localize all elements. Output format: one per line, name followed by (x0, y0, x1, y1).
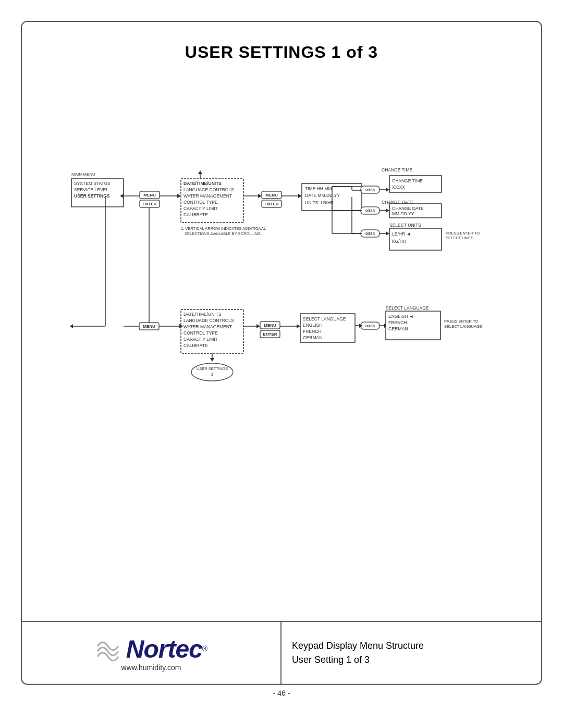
nortec-waves-icon (95, 636, 126, 662)
svg-text:2: 2 (211, 372, 213, 377)
svg-text:PRESS ENTER TO: PRESS ENTER TO (446, 231, 480, 236)
svg-text:CONTROL TYPE: CONTROL TYPE (183, 330, 218, 336)
svg-text:DATE/TIME/UNITS: DATE/TIME/UNITS (183, 312, 222, 317)
footer-line1: Keypad Display Menu Structure (292, 639, 424, 653)
footer-line2: User Setting 1 of 3 (292, 653, 370, 667)
svg-text:GERMAN: GERMAN (303, 335, 322, 340)
svg-text:DATE    MM.DD.YY: DATE MM.DD.YY (305, 193, 340, 198)
svg-text:1. VERTICAL ARROW INDICATES AD: 1. VERTICAL ARROW INDICATES ADDITIONAL (181, 226, 266, 231)
diagram: MAIN MENU SYSTEM STATUS SERVICE LEVEL US… (43, 83, 522, 479)
page-title: USER SETTINGS 1 of 3 (43, 43, 520, 62)
svg-text:SELECT UNITS: SELECT UNITS (389, 223, 421, 228)
svg-text:TIME    HH:MM: TIME HH:MM (305, 186, 332, 191)
svg-text:CHANGE DATE: CHANGE DATE (392, 206, 424, 211)
footer-description: Keypad Display Menu Structure User Setti… (282, 622, 541, 684)
svg-text:LANGUAGE CONTROLS: LANGUAGE CONTROLS (183, 318, 234, 323)
svg-text:MENU: MENU (265, 193, 278, 198)
svg-text:MAIN MENU: MAIN MENU (71, 172, 95, 177)
svg-text:CHANGE TIME: CHANGE TIME (392, 178, 423, 183)
svg-text:0335: 0335 (365, 208, 375, 213)
svg-text:0335: 0335 (365, 188, 375, 192)
page-number: - 46 - (273, 689, 290, 697)
footer: Nortec® www.humidity.com Keypad Display … (22, 621, 541, 684)
svg-text:SERVICE LEVEL: SERVICE LEVEL (74, 187, 108, 192)
svg-text:ENTER: ENTER (264, 202, 278, 206)
svg-text:SELECT LANGUAGE: SELECT LANGUAGE (444, 324, 482, 329)
svg-text:MM.DD.YY: MM.DD.YY (392, 211, 414, 216)
nortec-logo-text: Nortec (126, 635, 202, 663)
svg-text:LB/HR  ◄: LB/HR ◄ (392, 231, 411, 237)
svg-text:UNITS:  LB/HR: UNITS: LB/HR (305, 200, 334, 205)
svg-text:SELECT LANGUAGE: SELECT LANGUAGE (303, 316, 346, 322)
svg-marker-91 (210, 358, 214, 362)
svg-text:WATER MANAGEMENT: WATER MANAGEMENT (183, 324, 232, 329)
svg-marker-31 (298, 194, 302, 198)
svg-marker-62 (386, 231, 389, 236)
svg-text:CAPACITY LIMIT: CAPACITY LIMIT (183, 206, 218, 211)
svg-text:MENU: MENU (143, 324, 155, 329)
svg-text:SELECTIONS AVAILABLE BY SCROLL: SELECTIONS AVAILABLE BY SCROLLING. (185, 231, 262, 236)
footer-logo: Nortec® www.humidity.com (22, 622, 282, 684)
svg-text:DATE/TIME/UNITS: DATE/TIME/UNITS (183, 181, 222, 186)
svg-text:MENU: MENU (264, 323, 276, 328)
svg-text:USER SETTINGS: USER SETTINGS (74, 193, 110, 199)
svg-text:FRENCH: FRENCH (388, 320, 407, 325)
svg-marker-53 (386, 208, 389, 213)
main-content: USER SETTINGS 1 of 3 MAIN MENU SYSTEM ST… (22, 22, 541, 621)
svg-text:SELECT LANGUAGE: SELECT LANGUAGE (386, 305, 429, 311)
svg-marker-12 (177, 194, 181, 198)
svg-text:FRENCH: FRENCH (303, 329, 321, 334)
svg-text:XX:XX: XX:XX (392, 184, 405, 190)
svg-text:SELECT UNITS: SELECT UNITS (446, 236, 474, 240)
svg-text:GERMAN: GERMAN (388, 326, 408, 331)
svg-text:CHANGE TIME: CHANGE TIME (382, 167, 412, 172)
svg-text:WATER MANAGEMENT: WATER MANAGEMENT (183, 193, 232, 199)
svg-text:KG/HR: KG/HR (392, 239, 406, 244)
svg-marker-102 (297, 324, 300, 328)
svg-text:0335: 0335 (365, 324, 375, 328)
svg-text:SYSTEM STATUS: SYSTEM STATUS (74, 181, 111, 186)
svg-marker-80 (70, 324, 73, 328)
svg-text:ENGLISH: ENGLISH (303, 323, 322, 328)
svg-marker-96 (256, 324, 260, 328)
svg-text:PRESS ENTER TO: PRESS ENTER TO (444, 319, 478, 324)
svg-text:CAPACITY LIMIT: CAPACITY LIMIT (183, 337, 218, 342)
svg-marker-21 (198, 170, 202, 174)
page-wrapper: USER SETTINGS 1 of 3 MAIN MENU SYSTEM ST… (21, 21, 542, 685)
svg-text:CONTROL TYPE: CONTROL TYPE (183, 200, 218, 205)
svg-text:CALIBRATE: CALIBRATE (183, 343, 208, 348)
svg-marker-25 (258, 194, 262, 198)
logo-url: www.humidity.com (121, 663, 181, 672)
svg-marker-43 (386, 188, 389, 192)
svg-text:USER SETTINGS: USER SETTINGS (197, 366, 228, 371)
svg-text:LANGUAGE CONTROLS: LANGUAGE CONTROLS (183, 187, 234, 192)
svg-text:ENTER: ENTER (142, 202, 156, 206)
svg-text:ENGLISH  ◄: ENGLISH ◄ (388, 314, 413, 319)
svg-text:MENU: MENU (143, 193, 156, 198)
svg-text:0335: 0335 (365, 231, 375, 236)
svg-text:CALIBRATE: CALIBRATE (183, 212, 208, 217)
svg-text:ENTER: ENTER (263, 332, 277, 337)
